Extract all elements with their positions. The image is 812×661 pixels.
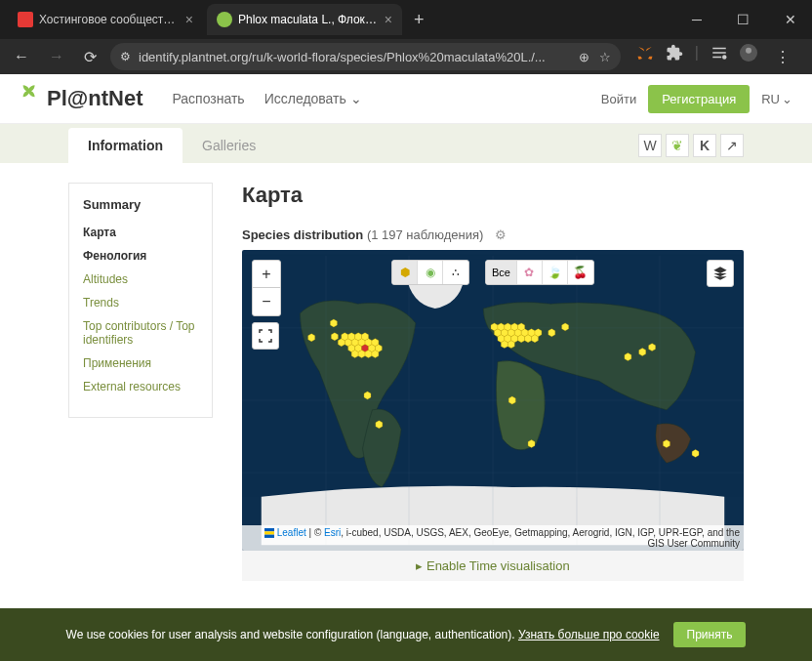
esri-link[interactable]: Esri [324, 527, 341, 538]
logo[interactable]: Pl@ntNet [20, 84, 142, 113]
url-text: identify.plantnet.org/ru/k-world-flora/s… [139, 50, 571, 64]
header-right: Войти Регистрация RU ⌄ [601, 85, 792, 113]
section-title: Карта [242, 183, 744, 208]
main-nav: Распознать Исследовать ⌄ [172, 91, 361, 106]
svg-rect-66 [264, 531, 274, 534]
page-content: Pl@ntNet Распознать Исследовать ⌄ Войти … [0, 74, 812, 661]
filter-fruit-button[interactable]: 🍒 [568, 261, 593, 284]
zoom-out-button[interactable]: − [253, 288, 280, 315]
metamask-icon[interactable] [636, 44, 654, 62]
browser-navbar: ← → ⟳ ⚙ identify.plantnet.org/ru/k-world… [0, 39, 812, 74]
url-bar[interactable]: ⚙ identify.plantnet.org/ru/k-world-flora… [110, 43, 621, 70]
sidebar-item-trends[interactable]: Trends [83, 296, 198, 310]
star-icon[interactable]: ☆ [599, 50, 611, 64]
filter-cluster-button[interactable]: ◉ [418, 261, 443, 284]
tab-favicon [217, 12, 232, 27]
tab-information[interactable]: Information [68, 128, 183, 163]
close-window-button[interactable]: ✕ [777, 8, 804, 31]
close-icon[interactable]: × [185, 12, 193, 27]
tab-galleries[interactable]: Galleries [183, 128, 275, 163]
sidebar-item-uses[interactable]: Применения [83, 356, 198, 370]
tab-title: Хостинговое сообщество «Tim [39, 13, 180, 26]
svg-rect-67 [264, 535, 274, 538]
svg-rect-65 [264, 528, 274, 531]
svg-point-0 [722, 55, 727, 60]
map-container[interactable]: + − ⬢ ◉ ∴ Все ✿ 🍃 [242, 250, 744, 551]
register-button[interactable]: Регистрация [648, 85, 750, 113]
sidebar: Summary Карта Фенология Altitudes Trends… [68, 183, 213, 581]
distribution-line: Species distribution (1 197 наблюдения) … [242, 227, 744, 242]
cookie-learn-more-link[interactable]: Узнать больше про cookie [518, 628, 660, 641]
sidebar-item-external[interactable]: External resources [83, 380, 198, 393]
observation-count: (1 197 наблюдения) [367, 227, 483, 242]
menu-button[interactable]: ⋮ [769, 44, 796, 70]
map-filter-controls: ⬢ ◉ ∴ Все ✿ 🍃 🍒 [391, 260, 594, 285]
login-link[interactable]: Войти [601, 92, 636, 106]
extension-icons: | ⋮ [629, 44, 804, 70]
map-zoom-controls: + − [252, 260, 281, 350]
fullscreen-button[interactable] [252, 322, 279, 350]
filter-all-button[interactable]: Все [486, 261, 517, 284]
sidebar-item-altitudes[interactable]: Altitudes [83, 272, 198, 286]
maximize-button[interactable]: ☐ [729, 8, 757, 31]
filter-leaf-button[interactable]: 🍃 [543, 261, 568, 284]
cookie-text: We use cookies for user analysis and web… [66, 628, 660, 641]
wikipedia-icon[interactable]: W [638, 134, 662, 157]
sidebar-item-phenology[interactable]: Фенология [83, 249, 198, 263]
back-button[interactable]: ← [8, 44, 35, 69]
tab-favicon [18, 12, 33, 27]
forward-button[interactable]: → [43, 44, 70, 69]
svg-point-2 [746, 47, 751, 53]
translate-icon[interactable]: ⊕ [579, 50, 589, 64]
share-icon[interactable]: ↗ [720, 134, 744, 157]
language-selector[interactable]: RU ⌄ [761, 92, 792, 106]
distribution-label: Species distribution [242, 227, 363, 242]
filter-hexagon-button[interactable]: ⬢ [392, 261, 418, 284]
sidebar-title: Summary [83, 197, 198, 212]
share-icons: W ❦ K ↗ [638, 134, 744, 163]
nav-explore[interactable]: Исследовать ⌄ [264, 91, 362, 106]
profile-avatar[interactable] [740, 44, 757, 62]
sidebar-item-map[interactable]: Карта [83, 226, 198, 239]
logo-text: Pl@ntNet [47, 86, 142, 111]
chevron-down-icon: ⌄ [350, 91, 362, 106]
cookie-accept-button[interactable]: Принять [673, 622, 747, 647]
page-tabs-bar: Information Galleries W ❦ K ↗ [0, 124, 812, 163]
new-tab-button[interactable]: + [406, 10, 432, 30]
browser-titlebar: Хостинговое сообщество «Tim × Phlox macu… [0, 0, 812, 39]
plant-icon[interactable]: ❦ [666, 134, 689, 157]
filter-flower-button[interactable]: ✿ [517, 261, 543, 284]
map-attribution: Leaflet | © Esri, i-cubed, USDA, USGS, A… [242, 525, 744, 551]
leaflet-link[interactable]: Leaflet [277, 527, 306, 538]
kew-icon[interactable]: K [693, 134, 716, 157]
tab-title: Phlox maculata L., Флокс пятни [238, 13, 379, 26]
world-map[interactable] [242, 250, 744, 551]
site-settings-icon[interactable]: ⚙ [120, 50, 131, 63]
minimize-button[interactable]: ─ [684, 8, 710, 31]
layers-button[interactable] [707, 260, 734, 287]
music-icon[interactable] [710, 44, 728, 62]
nav-recognize[interactable]: Распознать [172, 91, 244, 106]
reload-button[interactable]: ⟳ [78, 44, 102, 70]
browser-tab[interactable]: Хостинговое сообщество «Tim × [8, 4, 203, 35]
cookie-banner: We use cookies for user analysis and web… [0, 608, 812, 661]
window-controls: ─ ☐ ✕ [684, 8, 804, 31]
leaf-icon [20, 84, 43, 113]
content-area: Summary Карта Фенология Altitudes Trends… [0, 163, 812, 600]
zoom-in-button[interactable]: + [253, 261, 280, 288]
sidebar-item-contributors[interactable]: Top contributors / Top identifiers [83, 319, 198, 347]
filter-points-button[interactable]: ∴ [443, 261, 468, 284]
time-visualization-button[interactable]: ▸ Enable Time visualisation [242, 551, 744, 581]
extensions-icon[interactable] [666, 44, 683, 62]
close-icon[interactable]: × [385, 12, 392, 27]
main-content: Карта Species distribution (1 197 наблюд… [242, 183, 744, 581]
chevron-down-icon: ⌄ [782, 92, 792, 106]
site-header: Pl@ntNet Распознать Исследовать ⌄ Войти … [0, 74, 812, 124]
gear-icon[interactable]: ⚙ [495, 227, 507, 242]
browser-tab-active[interactable]: Phlox maculata L., Флокс пятни × [207, 4, 402, 35]
